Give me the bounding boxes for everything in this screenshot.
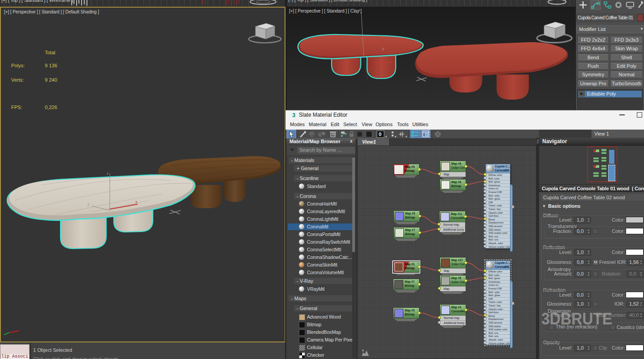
svg-text:y: y — [87, 202, 90, 206]
svg-text:x: x — [135, 200, 138, 204]
svg-text:z: z — [107, 171, 108, 175]
svg-text:y: y — [382, 46, 385, 51]
svg-text:z: z — [359, 8, 360, 12]
svg-text:0: 0 — [379, 131, 381, 137]
